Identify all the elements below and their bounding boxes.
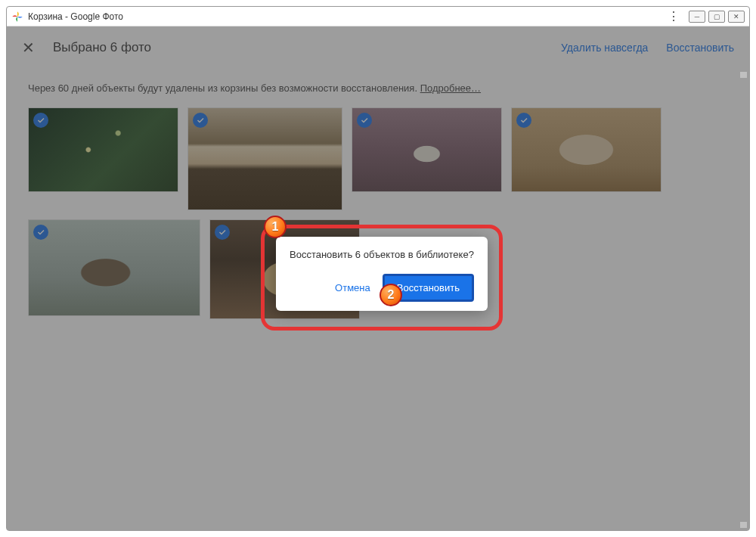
scroll-down-icon[interactable] (740, 522, 747, 528)
annotation-badge-1: 1 (264, 216, 287, 238)
maximize-button[interactable]: ▢ (708, 11, 725, 23)
close-window-button[interactable]: ✕ (728, 11, 745, 23)
annotation-badge-2: 2 (380, 284, 402, 306)
title-bar: Корзина - Google Фото ⋮ ─ ▢ ✕ (7, 7, 749, 26)
cancel-button[interactable]: Отмена (329, 278, 376, 298)
dialog-message: Восстановить 6 объектов в библиотеке? (290, 249, 474, 260)
minimize-button[interactable]: ─ (689, 11, 705, 23)
window-title: Корзина - Google Фото (28, 11, 662, 22)
menu-dots-icon[interactable]: ⋮ (662, 9, 686, 23)
scroll-up-icon[interactable] (740, 72, 747, 78)
window-controls: ⋮ ─ ▢ ✕ (662, 9, 745, 23)
google-photos-icon (11, 11, 23, 23)
